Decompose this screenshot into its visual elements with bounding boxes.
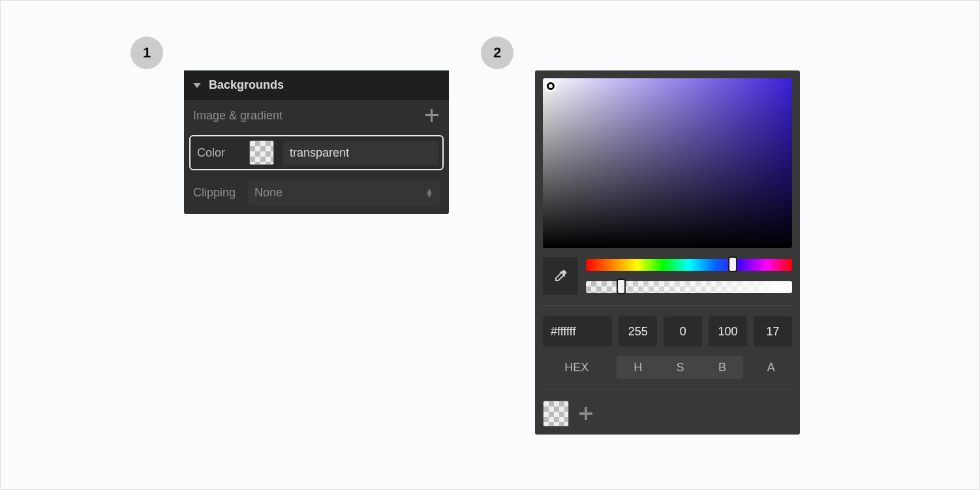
image-gradient-row: Image & gradient [184, 100, 449, 131]
color-label: Color [194, 146, 240, 160]
h-label: H [617, 356, 659, 379]
step-badge-2-label: 2 [493, 44, 501, 61]
step-badge-1: 1 [130, 37, 163, 69]
updown-icon: ▲▼ [425, 189, 433, 198]
caret-down-icon [193, 83, 201, 88]
backgrounds-header[interactable]: Backgrounds [184, 70, 449, 100]
step-badge-2: 2 [481, 37, 513, 69]
alpha-label: A [750, 356, 792, 379]
divider [542, 390, 793, 390]
divider [542, 305, 793, 306]
hex-input[interactable]: #ffffff [543, 316, 612, 346]
hue-input[interactable]: 255 [619, 316, 657, 346]
eyedropper-button[interactable] [543, 257, 578, 295]
color-row[interactable]: Color transparent [189, 135, 444, 170]
hex-mode-tab[interactable]: HEX [543, 356, 610, 379]
saturation-input[interactable]: 0 [664, 316, 702, 346]
clipping-row: Clipping None ▲▼ [184, 174, 449, 214]
add-image-gradient-button[interactable] [424, 108, 440, 123]
add-swatch-button[interactable] [578, 406, 594, 421]
color-picker-panel: #ffffff 255 0 100 17 HEX H S B A [535, 70, 800, 435]
b-label: B [701, 356, 744, 379]
saturation-brightness-area[interactable] [543, 78, 792, 248]
clipping-value: None [254, 186, 283, 200]
alpha-input[interactable]: 17 [754, 316, 792, 346]
hsb-mode-tab[interactable]: H S B [617, 356, 743, 379]
clipping-label: Clipping [193, 186, 239, 200]
brightness-input[interactable]: 100 [709, 316, 747, 346]
hue-slider[interactable] [586, 259, 792, 271]
eyedropper-icon [553, 268, 568, 284]
color-swatch[interactable] [249, 140, 274, 165]
step-badge-1-label: 1 [143, 44, 151, 61]
sb-cursor[interactable] [545, 80, 557, 92]
s-label: S [659, 356, 701, 379]
alpha-slider[interactable] [586, 281, 792, 293]
backgrounds-panel: Backgrounds Image & gradient Color trans… [184, 70, 449, 214]
clipping-select[interactable]: None ▲▼ [248, 181, 440, 205]
hue-thumb[interactable] [728, 256, 737, 272]
alpha-thumb[interactable] [617, 279, 626, 294]
color-value[interactable]: transparent [283, 141, 438, 165]
backgrounds-title: Backgrounds [209, 78, 284, 92]
image-gradient-label: Image & gradient [193, 109, 283, 123]
current-swatch[interactable] [543, 401, 569, 427]
